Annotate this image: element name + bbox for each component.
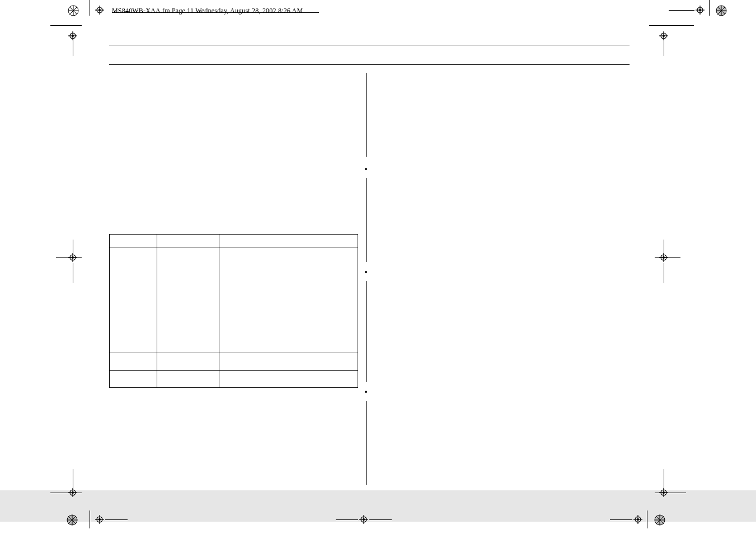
- spoke-icon: [67, 4, 79, 17]
- crosshair-icon: [633, 515, 642, 524]
- crosshair-icon: [95, 515, 104, 524]
- crop-tick: [336, 519, 358, 520]
- content-table: [109, 234, 358, 388]
- crop-tick: [90, 0, 90, 16]
- table-row: [110, 353, 358, 371]
- footer-band: [0, 490, 756, 522]
- spoke-icon: [66, 514, 78, 526]
- crop-tick: [610, 519, 632, 520]
- crop-tick: [369, 519, 392, 520]
- page-rule: [109, 64, 630, 65]
- header-text: MS840WB-XAA.fm Page 11 Wednesday, August…: [112, 7, 303, 15]
- column-divider: [366, 73, 367, 157]
- table-row: [110, 371, 358, 388]
- crop-tick: [90, 510, 90, 528]
- crop-tick: [647, 510, 647, 528]
- crosshair-icon: [68, 253, 77, 262]
- crop-tick: [669, 10, 694, 11]
- spoke-icon: [654, 514, 666, 526]
- bullet-icon: [365, 168, 367, 170]
- crop-tick: [649, 25, 694, 26]
- crosshair-icon: [68, 31, 77, 40]
- page-rule: [109, 45, 630, 45]
- page-root: MS840WB-XAA.fm Page 11 Wednesday, August…: [0, 0, 756, 534]
- column-divider: [366, 178, 367, 262]
- crop-tick: [709, 0, 710, 16]
- crosshair-icon: [659, 253, 668, 262]
- crosshair-icon: [68, 488, 77, 497]
- crosshair-icon: [659, 31, 668, 40]
- column-divider: [366, 401, 367, 485]
- header-underline: [112, 12, 319, 13]
- bullet-icon: [365, 271, 367, 273]
- crop-tick: [73, 263, 73, 283]
- crop-tick: [50, 25, 82, 26]
- spoke-icon: [715, 4, 727, 17]
- crosshair-icon: [359, 515, 368, 524]
- crop-tick: [105, 519, 128, 520]
- bullet-icon: [365, 391, 367, 393]
- table-row: [110, 235, 358, 247]
- column-divider: [366, 281, 367, 382]
- crosshair-icon: [696, 6, 705, 15]
- crosshair-icon: [659, 488, 668, 497]
- crop-tick: [664, 263, 664, 283]
- table-row: [110, 247, 358, 353]
- crosshair-icon: [95, 6, 104, 15]
